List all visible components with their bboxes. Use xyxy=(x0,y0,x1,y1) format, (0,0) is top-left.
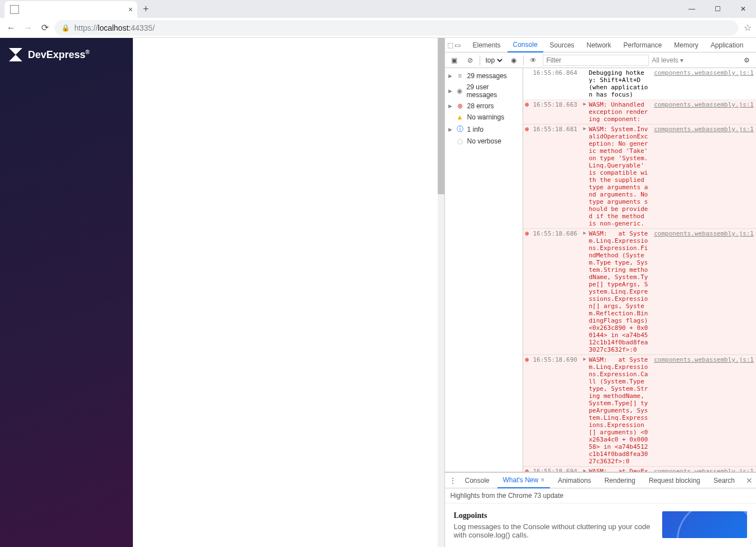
console-sidebar: ▶29 messages ▶29 user messages ▶28 error… xyxy=(445,68,523,472)
tab-network[interactable]: Network xyxy=(581,38,617,52)
sidebar-user-messages[interactable]: ▶29 user messages xyxy=(445,81,523,100)
clear-console-icon[interactable]: ⊘ xyxy=(464,56,476,64)
address-bar[interactable]: 🔒 https://localhost:44335/ xyxy=(55,20,738,36)
tab-performance[interactable]: Performance xyxy=(618,38,668,52)
brand-logo[interactable]: DevExpress® xyxy=(0,38,133,71)
blank-icon xyxy=(525,69,533,98)
message-timestamp: 16:55:18.686 xyxy=(533,230,583,353)
tab-elements[interactable]: Elements xyxy=(467,38,506,52)
drawer-tab-console[interactable]: Console xyxy=(460,473,495,488)
message-body: WASM: at DevExtreme.AspNet.Data.DataSour… xyxy=(589,468,650,472)
whatsnew-highlights: Highlights from the Chrome 73 update xyxy=(445,488,757,503)
devtools-tabs: ⬚ ▭ Elements Console Sources Network Per… xyxy=(445,38,757,52)
message-body: WASM: at System.Linq.Expressions.Express… xyxy=(589,356,650,465)
expand-icon[interactable]: ▶ xyxy=(583,126,589,227)
message-timestamp: 16:55:18.663 xyxy=(533,101,583,123)
page-url: https://localhost:44335/ xyxy=(74,23,155,32)
drawer-tab-animations[interactable]: Animations xyxy=(552,473,596,488)
console-message[interactable]: 16:55:18.694▶WASM: at DevExtreme.AspNet.… xyxy=(523,467,757,472)
expand-icon[interactable]: ▶ xyxy=(583,468,589,472)
device-toggle-icon[interactable]: ▭ xyxy=(454,41,461,49)
devexpress-logo-icon xyxy=(9,48,22,61)
drawer-tab-whatsnew[interactable]: What's New × xyxy=(497,473,551,488)
sidebar-messages[interactable]: ▶29 messages xyxy=(445,70,523,81)
filter-input[interactable] xyxy=(543,55,649,66)
console-sidebar-toggle-icon[interactable]: ▣ xyxy=(448,56,461,64)
inspect-icon[interactable]: ⬚ xyxy=(447,41,453,49)
reload-button[interactable]: ⟳ xyxy=(38,21,51,35)
close-whatsnew-icon[interactable]: × xyxy=(540,476,544,484)
console-message[interactable]: 16:55:18.690▶WASM: at System.Linq.Expres… xyxy=(523,355,757,467)
message-source-link[interactable]: components.webassembly.js:1 xyxy=(654,356,754,465)
message-source-link[interactable]: components.webassembly.js:1 xyxy=(654,101,754,123)
logpoints-title: Logpoints xyxy=(454,511,652,520)
drawer-tab-search[interactable]: Search xyxy=(708,473,740,488)
console-message[interactable]: 16:55:18.663▶WASM: Unhandled exception r… xyxy=(523,100,757,124)
content-scrollbar[interactable] xyxy=(438,38,444,547)
close-tab-icon[interactable]: × xyxy=(128,5,133,14)
error-icon xyxy=(525,356,533,465)
expand-icon[interactable]: ▶ xyxy=(583,101,589,123)
message-timestamp: 16:55:18.681 xyxy=(533,126,583,227)
message-timestamp: 16:55:06.864 xyxy=(533,69,583,98)
brand-name: DevExpress® xyxy=(28,49,89,61)
window-close-button[interactable]: ✕ xyxy=(730,0,756,18)
back-button[interactable]: ← xyxy=(4,21,18,35)
message-timestamp: 16:55:18.690 xyxy=(533,356,583,465)
message-body: WASM: System.InvalidOperationException: … xyxy=(589,126,650,227)
log-levels-dropdown[interactable]: All levels ▾ xyxy=(652,56,684,64)
tab-security[interactable]: Security xyxy=(750,38,756,52)
drawer-tabs: ⋮ Console What's New × Animations Render… xyxy=(445,473,757,488)
tab-memory[interactable]: Memory xyxy=(668,38,704,52)
bookmark-star-icon[interactable]: ☆ xyxy=(744,22,752,33)
page-content xyxy=(133,38,444,547)
expand-icon[interactable] xyxy=(583,69,589,98)
lock-icon: 🔒 xyxy=(61,24,70,32)
app-sidebar: DevExpress® xyxy=(0,38,133,547)
logpoints-illustration xyxy=(662,511,747,538)
tab-console[interactable]: Console xyxy=(508,38,543,52)
window-titlebar: × + — ☐ ✕ xyxy=(0,0,756,18)
error-icon xyxy=(525,126,533,227)
message-source-link[interactable]: components.webassembly.js:1 xyxy=(654,69,754,98)
tab-application[interactable]: Application xyxy=(705,38,749,52)
console-message[interactable]: 16:55:06.864Debugging hotkey: Shift+Alt+… xyxy=(523,68,757,100)
message-body: WASM: at System.Linq.Expressions.Express… xyxy=(589,230,650,353)
context-select[interactable]: top xyxy=(484,56,504,65)
console-settings-icon[interactable]: ⚙ xyxy=(740,56,753,64)
drawer-close-icon[interactable]: ✕ xyxy=(746,476,753,485)
devtools-drawer: ⋮ Console What's New × Animations Render… xyxy=(445,472,757,547)
window-minimize-button[interactable]: — xyxy=(679,0,705,18)
drawer-tab-request-blocking[interactable]: Request blocking xyxy=(643,473,706,488)
eye-icon[interactable]: ◉ xyxy=(508,56,520,64)
message-timestamp: 16:55:18.694 xyxy=(533,468,583,472)
sidebar-verbose[interactable]: No verbose xyxy=(445,136,523,147)
live-expression-icon[interactable]: 👁 xyxy=(527,56,539,64)
expand-icon[interactable]: ▶ xyxy=(583,230,589,353)
browser-toolbar: ← → ⟳ 🔒 https://localhost:44335/ ☆ xyxy=(0,18,756,38)
tab-sources[interactable]: Sources xyxy=(544,38,580,52)
browser-tab[interactable]: × xyxy=(4,1,137,18)
drawer-tab-rendering[interactable]: Rendering xyxy=(599,473,641,488)
whatsnew-logpoints: Logpoints Log messages to the Console wi… xyxy=(445,503,757,547)
window-maximize-button[interactable]: ☐ xyxy=(705,0,730,18)
drawer-menu-icon[interactable]: ⋮ xyxy=(448,477,457,484)
console-message[interactable]: 16:55:18.681▶WASM: System.InvalidOperati… xyxy=(523,124,757,229)
message-body: WASM: Unhandled exception rendering comp… xyxy=(589,101,650,123)
console-toolbar: ▣ ⊘ top ◉ 👁 All levels ▾ ⚙ xyxy=(445,52,757,68)
forward-button: → xyxy=(21,21,35,35)
page-favicon xyxy=(10,5,19,14)
sidebar-warnings[interactable]: No warnings xyxy=(445,112,523,123)
sidebar-errors[interactable]: ▶28 errors xyxy=(445,100,523,112)
message-source-link[interactable]: components.webassembly.js:1 xyxy=(654,230,754,353)
error-icon xyxy=(525,101,533,123)
message-source-link[interactable]: components.webassembly.js:1 xyxy=(654,126,754,227)
sidebar-info[interactable]: ▶1 info xyxy=(445,123,523,136)
message-body: Debugging hotkey: Shift+Alt+D (when appl… xyxy=(589,69,650,98)
message-source-link[interactable]: components.webassembly.js:1 xyxy=(654,468,754,472)
expand-icon[interactable]: ▶ xyxy=(583,356,589,465)
console-message[interactable]: 16:55:18.686▶WASM: at System.Linq.Expres… xyxy=(523,229,757,355)
error-icon xyxy=(525,230,533,353)
console-messages[interactable]: 16:55:06.864Debugging hotkey: Shift+Alt+… xyxy=(523,68,757,472)
new-tab-button[interactable]: + xyxy=(143,3,149,15)
